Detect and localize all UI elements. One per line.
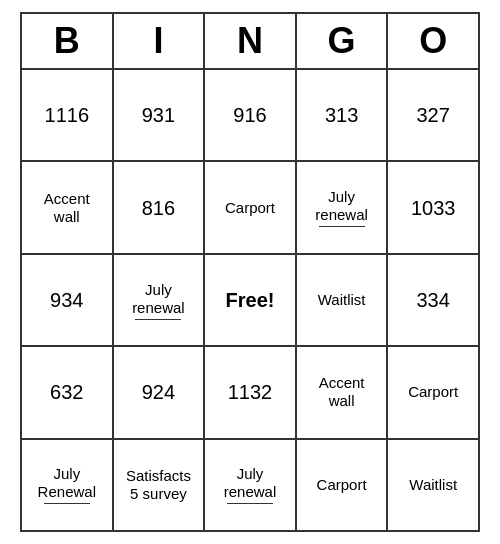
cell-text: 916: [233, 103, 266, 127]
header-cell-o: O: [388, 14, 478, 68]
bingo-cell-r1-c1: 816: [114, 162, 206, 252]
cell-text: Julyrenewal: [224, 465, 277, 501]
bingo-row-3: 6329241132AccentwallCarport: [22, 347, 478, 439]
cell-text: Julyrenewal: [132, 281, 185, 317]
bingo-cell-r2-c3: Waitlist: [297, 255, 389, 345]
cell-text: Accentwall: [44, 190, 90, 226]
bingo-cell-r3-c1: 924: [114, 347, 206, 437]
cell-underline: [227, 503, 273, 504]
bingo-cell-r2-c4: 334: [388, 255, 478, 345]
cell-text: 924: [142, 380, 175, 404]
cell-text: Carport: [408, 383, 458, 401]
bingo-header: BINGO: [22, 14, 478, 70]
bingo-cell-r0-c1: 931: [114, 70, 206, 160]
cell-text: Carport: [317, 476, 367, 494]
bingo-row-2: 934JulyrenewalFree!Waitlist334: [22, 255, 478, 347]
cell-text: 816: [142, 196, 175, 220]
cell-text: 632: [50, 380, 83, 404]
bingo-cell-r4-c4: Waitlist: [388, 440, 478, 530]
bingo-cell-r0-c0: 1116: [22, 70, 114, 160]
bingo-cell-r3-c4: Carport: [388, 347, 478, 437]
bingo-card: BINGO 1116931916313327Accentwall816Carpo…: [20, 12, 480, 532]
bingo-cell-r3-c2: 1132: [205, 347, 297, 437]
bingo-cell-r0-c2: 916: [205, 70, 297, 160]
header-cell-g: G: [297, 14, 389, 68]
bingo-cell-r2-c0: 934: [22, 255, 114, 345]
bingo-cell-r3-c3: Accentwall: [297, 347, 389, 437]
cell-text: Free!: [226, 288, 275, 312]
bingo-cell-r1-c3: Julyrenewal: [297, 162, 389, 252]
header-cell-n: N: [205, 14, 297, 68]
cell-text: Waitlist: [318, 291, 366, 309]
bingo-cell-r1-c0: Accentwall: [22, 162, 114, 252]
bingo-row-1: Accentwall816CarportJulyrenewal1033: [22, 162, 478, 254]
bingo-body: 1116931916313327Accentwall816CarportJuly…: [22, 70, 478, 530]
header-cell-b: B: [22, 14, 114, 68]
cell-text: Carport: [225, 199, 275, 217]
cell-underline: [135, 319, 181, 320]
cell-text: 334: [416, 288, 449, 312]
cell-text: 327: [416, 103, 449, 127]
bingo-cell-r0-c4: 327: [388, 70, 478, 160]
bingo-cell-r4-c3: Carport: [297, 440, 389, 530]
bingo-row-4: JulyRenewalSatisfacts5 surveyJulyrenewal…: [22, 440, 478, 530]
cell-text: 1132: [228, 380, 273, 404]
bingo-cell-r4-c1: Satisfacts5 survey: [114, 440, 206, 530]
bingo-cell-r2-c1: Julyrenewal: [114, 255, 206, 345]
bingo-cell-r4-c2: Julyrenewal: [205, 440, 297, 530]
cell-text: JulyRenewal: [38, 465, 96, 501]
cell-text: Accentwall: [319, 374, 365, 410]
cell-underline: [44, 503, 90, 504]
cell-text: 934: [50, 288, 83, 312]
cell-text: 931: [142, 103, 175, 127]
bingo-cell-r1-c4: 1033: [388, 162, 478, 252]
bingo-cell-r2-c2: Free!: [205, 255, 297, 345]
bingo-cell-r1-c2: Carport: [205, 162, 297, 252]
cell-text: Waitlist: [409, 476, 457, 494]
cell-text: 313: [325, 103, 358, 127]
bingo-row-0: 1116931916313327: [22, 70, 478, 162]
cell-text: 1033: [411, 196, 456, 220]
cell-text: Satisfacts5 survey: [126, 467, 191, 503]
bingo-cell-r3-c0: 632: [22, 347, 114, 437]
header-cell-i: I: [114, 14, 206, 68]
bingo-cell-r4-c0: JulyRenewal: [22, 440, 114, 530]
bingo-cell-r0-c3: 313: [297, 70, 389, 160]
cell-text: Julyrenewal: [315, 188, 368, 224]
cell-text: 1116: [45, 103, 90, 127]
cell-underline: [319, 226, 365, 227]
